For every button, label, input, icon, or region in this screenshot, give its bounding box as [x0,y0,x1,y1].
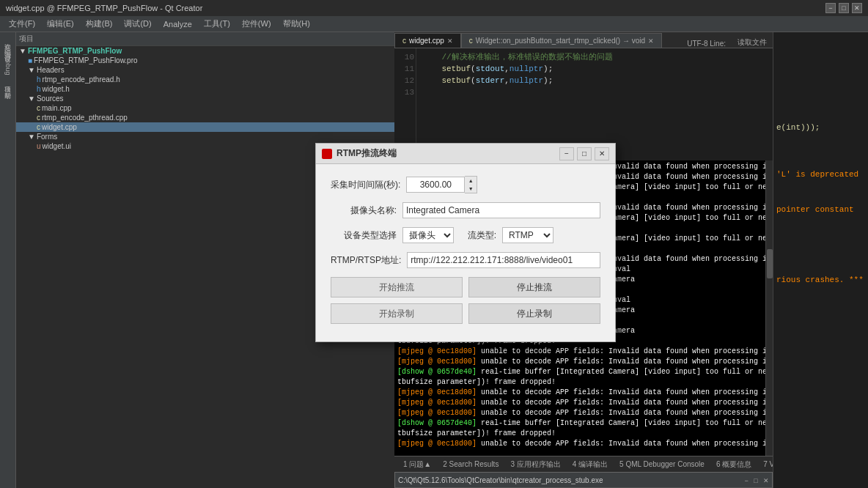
tree-item-main-cpp[interactable]: c main.cpp [16,103,394,113]
tree-item-rtmp-cpp[interactable]: c rtmp_encode_pthread.cpp [16,113,394,122]
sidebar-edit[interactable]: 编辑 [1,41,14,47]
right-code-1: e(int))); [776,122,865,133]
stream-select[interactable]: RTMP [502,227,553,243]
window-title: widget.cpp @ FFMPEG_RTMP_PushFlow - Qt C… [6,4,202,12]
stop-push-btn[interactable]: 停止推流 [468,277,600,297]
term-line-28: [mjpeg @ 0ec18d00] unable to decode APP … [397,439,762,449]
right-warning-2: pointer constant [776,204,865,215]
interval-spinbox: ▲ ▼ [406,176,477,193]
dialog-device-row: 设备类型选择 摄像头 流类型: RTMP [331,227,600,243]
stream-label: 流类型: [460,229,496,242]
dialog-close-btn[interactable]: ✕ [595,147,609,160]
menu-controls[interactable]: 控件(W) [236,17,277,31]
scrollbar-thumb[interactable] [767,249,773,278]
term-line-19: [mjpeg @ 0ec18d00] unable to decode APP … [397,347,762,357]
process-stub-bar: C:\Qt\Qt5.12.6\Tools\QtCreator\bin\qtcre… [394,472,773,488]
title-bar: widget.cpp @ FFMPEG_RTMP_PushFlow - Qt C… [0,0,868,16]
rtmp-dialog: RTMP推流终端 − □ ✕ 采集时间间隔(秒): ▲ ▼ 摄像头名称: [315,143,616,342]
term-line-23: [mjpeg @ 0ec18d00] unable to decode APP … [397,388,762,398]
terminal-scrollbar[interactable] [765,160,773,456]
url-label: RTMP/RTSP地址: [331,254,401,267]
stub-close[interactable]: ✕ [763,477,769,484]
menu-tools[interactable]: 工具(T) [198,17,236,31]
dialog-camera-row: 摄像头名称: [331,202,600,218]
code-line-10: //解决标准输出，标准错误的数据不输出的问题 [422,51,767,63]
stop-record-btn[interactable]: 停止录制 [468,303,600,324]
maximize-button[interactable]: □ [839,3,849,13]
minimize-button[interactable]: − [825,3,836,13]
spin-up-btn[interactable]: ▲ [465,177,477,185]
tree-item-root[interactable]: ▼ FFMPEG_RTMP_PushFlow [16,46,394,56]
process-stub-controls: − □ ✕ [742,475,769,485]
right-panel: e(int))); 'L' is deprecated pointer cons… [773,32,868,488]
tree-item-sources[interactable]: ▼ Sources [16,94,394,103]
menu-bar: 文件(F) 编辑(E) 构建(B) 调试(D) Analyze 工具(T) 控件… [0,16,868,32]
camera-input[interactable] [402,202,600,218]
spin-down-btn[interactable]: ▼ [465,185,477,193]
code-line-13 [422,86,767,98]
sidebar-help[interactable]: 帮助 [1,84,14,90]
dialog-body: 采集时间间隔(秒): ▲ ▼ 摄像头名称: 设备类型选择 摄像头 流类型: RT… [316,164,615,341]
right-warning-1: 'L' is deprecated [776,145,865,204]
interval-input[interactable] [406,177,465,193]
term-line-20: [mjpeg @ 0ec18d00] unable to decode APP … [397,357,762,367]
device-select[interactable]: 摄像头 [402,227,454,243]
bottom-tab-app-output[interactable]: 3 应用程序输出 [504,458,566,471]
dialog-url-row: RTMP/RTSP地址: [331,252,600,268]
term-line-26: [dshow @ 0657de40] real-time buffer [Int… [397,418,762,429]
bottom-tab-qml-debug[interactable]: 5 QML Debugger Console [614,459,710,470]
menu-file[interactable]: 文件(F) [3,17,41,31]
bottom-tabs-bar: 1 问题▲ 2 Search Results 3 应用程序输出 4 编译输出 5… [394,456,773,472]
dialog-record-buttons: 开始录制 停止录制 [331,303,600,324]
dialog-title: RTMP推流终端 [322,147,397,160]
sidebar-design[interactable]: 设计 [1,47,14,53]
spinbox-buttons: ▲ ▼ [465,176,477,193]
left-sidebar: 欢迎 编辑 设计 Debug 项目 帮助 [0,32,16,488]
bottom-tab-summary[interactable]: 6 概要信息 [710,458,757,471]
menu-analyze[interactable]: Analyze [158,18,198,30]
process-stub-title: C:\Qt\Qt5.12.6\Tools\QtCreator\bin\qtcre… [398,476,603,484]
stub-maximize[interactable]: □ [754,477,757,484]
start-record-btn[interactable]: 开始录制 [331,303,463,324]
menu-debug[interactable]: 调试(D) [118,17,157,31]
device-label: 设备类型选择 [331,229,397,242]
term-line-27: tbufsize parameter])! frame dropped! [397,429,762,439]
menu-help[interactable]: 帮助(H) [277,17,316,31]
title-bar-buttons: − □ ✕ [825,3,862,13]
url-input[interactable] [407,252,600,268]
bottom-tab-problems[interactable]: 1 问题▲ [397,458,437,471]
sidebar-project[interactable]: 项目 [1,78,14,84]
term-line-25: [mjpeg @ 0ec18d00] unable to decode APP … [397,408,762,418]
bottom-tab-vcs[interactable]: 7 Version Control [757,459,773,470]
tab-signal-handler[interactable]: c Widget::on_pushButton_start_rtmp_click… [461,33,662,48]
bottom-tab-compile[interactable]: 4 编译输出 [567,458,614,471]
tree-item-rtmp-h[interactable]: h rtmp_encode_pthread.h [16,75,394,84]
stub-minimize[interactable]: − [745,477,749,484]
tab-widget-cpp[interactable]: c widget.cpp ✕ [394,33,461,48]
start-push-btn[interactable]: 开始推流 [331,277,463,297]
tab-bar: c widget.cpp ✕ c Widget::on_pushButton_s… [394,32,773,48]
right-code-2 [776,133,865,145]
bottom-tab-search[interactable]: 2 Search Results [437,459,504,470]
camera-label: 摄像头名称: [331,204,397,217]
menu-build[interactable]: 构建(B) [80,17,119,31]
encoding-info: UTF-8 Line: [681,40,732,48]
retrieve-file-btn[interactable]: 读取文件 [732,37,773,48]
sidebar-welcome[interactable]: 欢迎 [1,35,14,41]
term-line-24: [mjpeg @ 0ec18d00] unable to decode APP … [397,398,762,408]
tree-item-widget-h[interactable]: h widget.h [16,84,394,94]
dialog-maximize-btn[interactable]: □ [577,147,592,160]
code-line-12: setbuf(stderr,nullptr); [422,75,767,86]
tree-item-pro[interactable]: ■ FFMPEG_RTMP_PushFlow.pro [16,56,394,65]
dialog-minimize-btn[interactable]: − [559,147,574,160]
close-button[interactable]: ✕ [852,3,862,13]
tree-item-forms[interactable]: ▼ Forms [16,132,394,141]
sidebar-debug[interactable]: Debug [3,53,13,78]
right-warning-3: rious crashes. *** [776,274,865,286]
tree-item-widget-cpp[interactable]: c widget.cpp [16,122,394,132]
menu-edit[interactable]: 编辑(E) [41,17,80,31]
dialog-window-controls: − □ ✕ [559,147,609,160]
tree-item-headers[interactable]: ▼ Headers [16,65,394,75]
term-line-21: [dshow @ 0657de40] real-time buffer [Int… [397,367,762,377]
dialog-interval-row: 采集时间间隔(秒): ▲ ▼ [331,176,600,193]
